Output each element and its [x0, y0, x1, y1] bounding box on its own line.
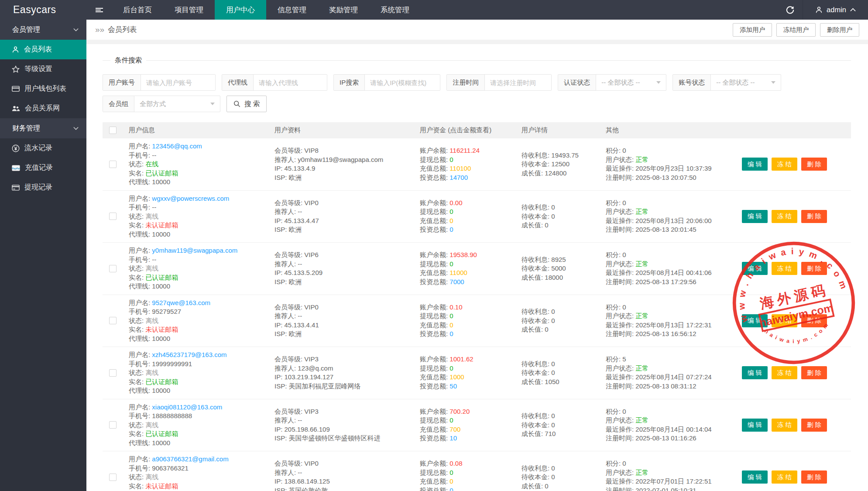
balance-amount[interactable]: 0.08 — [449, 460, 462, 467]
select-all-checkbox[interactable] — [109, 127, 117, 134]
delete-button[interactable]: 删 除 — [801, 366, 827, 379]
invest-amount[interactable]: 14700 — [449, 174, 468, 181]
nav-item-dashboard[interactable]: 后台首页 — [112, 0, 163, 20]
delete-button[interactable]: 删 除 — [801, 314, 827, 327]
refresh-button[interactable] — [777, 0, 803, 20]
edit-button[interactable]: 编 辑 — [742, 470, 768, 484]
agent-line-input[interactable] — [254, 75, 327, 90]
nav-item-information[interactable]: 信息管理 — [266, 0, 318, 20]
recharge-amount[interactable]: 700 — [449, 426, 460, 433]
register-time-input[interactable] — [485, 75, 551, 90]
edit-button[interactable]: 编 辑 — [742, 158, 768, 171]
sidebar-group-members[interactable]: 会员管理 — [0, 20, 86, 40]
edit-button[interactable]: 编 辑 — [742, 419, 768, 432]
edit-button[interactable]: 编 辑 — [742, 262, 768, 275]
username-link[interactable]: 9527qwe@163.com — [152, 299, 210, 306]
ip-search-input[interactable] — [365, 75, 440, 90]
user-account-input[interactable] — [141, 75, 215, 90]
breadcrumb: »» 会员列表 添加用户 冻结用户 删除用户 — [86, 20, 868, 40]
sidebar-item-user-wallets[interactable]: 用户钱包列表 — [0, 79, 86, 99]
sidebar-item-level-settings[interactable]: 等级设置 — [0, 59, 86, 79]
delete-button[interactable]: 删 除 — [801, 419, 827, 432]
edit-button[interactable]: 编 辑 — [742, 210, 768, 223]
row-checkbox[interactable] — [109, 421, 117, 429]
freeze-button[interactable]: 冻 结 — [772, 419, 797, 432]
nav-item-rewards[interactable]: 奖励管理 — [318, 0, 369, 20]
user-info-cell: 用户名: xzh456237179@163.com 手机号: 199999999… — [129, 350, 274, 395]
balance-amount[interactable]: 700.20 — [449, 408, 470, 415]
row-checkbox[interactable] — [109, 265, 117, 272]
username-link[interactable]: xzh456237179@163.com — [152, 351, 226, 358]
balance-amount[interactable]: 1001.62 — [449, 355, 473, 363]
nav-item-system[interactable]: 系统管理 — [369, 0, 421, 20]
freeze-button[interactable]: 冻 结 — [772, 470, 797, 484]
username-link[interactable]: a9063766321@gmail.com — [152, 455, 228, 463]
recharge-amount[interactable]: 11000 — [449, 269, 467, 276]
sidebar-item-member-network[interactable]: 会员关系网 — [0, 99, 86, 118]
main-area: »» 会员列表 添加用户 冻结用户 删除用户 条件搜索 用户账号 代理线 IP搜… — [86, 20, 868, 491]
recharge-amount[interactable]: 0 — [449, 321, 453, 329]
table-header: 用户信息 用户资料 用户资金 (点击金额查看) 用户详情 其他 — [103, 122, 851, 138]
invest-amount[interactable]: 0 — [449, 226, 453, 233]
search-button[interactable]: 搜 索 — [226, 96, 267, 112]
withdraw-amount[interactable]: 0 — [449, 364, 453, 372]
freeze-button[interactable]: 冻 结 — [772, 262, 797, 275]
sidebar-item-withdraw-records[interactable]: 提现记录 — [0, 178, 86, 197]
freeze-user-button[interactable]: 冻结用户 — [776, 23, 816, 37]
withdraw-amount[interactable]: 0 — [449, 156, 453, 163]
freeze-button[interactable]: 冻 结 — [772, 210, 797, 223]
nav-item-projects[interactable]: 项目管理 — [163, 0, 215, 20]
balance-amount[interactable]: 0.10 — [449, 303, 462, 311]
freeze-button[interactable]: 冻 结 — [772, 314, 797, 327]
username-link[interactable]: 123456@qq.com — [152, 142, 202, 150]
invest-amount[interactable]: 0 — [449, 487, 453, 491]
sidebar-item-recharge-records[interactable]: PayPal 充值记录 — [0, 158, 86, 178]
invest-amount[interactable]: 10 — [449, 434, 457, 442]
invest-amount[interactable]: 7000 — [449, 278, 464, 285]
withdraw-amount[interactable]: 0 — [449, 416, 453, 424]
recharge-amount[interactable]: 0 — [449, 477, 453, 485]
withdraw-amount[interactable]: 0 — [449, 260, 453, 268]
username-link[interactable]: xiaoqi081120@163.com — [152, 403, 222, 411]
username-link[interactable]: y0mhaw119@swagpapa.com — [152, 247, 237, 254]
member-group-select[interactable]: 全部方式 — [134, 96, 220, 112]
freeze-button[interactable]: 冻 结 — [772, 158, 797, 171]
recharge-amount[interactable]: 1000 — [449, 373, 464, 381]
row-checkbox[interactable] — [109, 474, 117, 481]
add-user-button[interactable]: 添加用户 — [733, 23, 772, 37]
row-checkbox[interactable] — [109, 213, 117, 220]
delete-button[interactable]: 删 除 — [801, 262, 827, 275]
sidebar-toggle-button[interactable] — [86, 0, 112, 20]
row-checkbox[interactable] — [109, 317, 117, 324]
delete-button[interactable]: 删 除 — [801, 158, 827, 171]
withdraw-amount[interactable]: 0 — [449, 208, 453, 215]
delete-button[interactable]: 删 除 — [801, 470, 827, 484]
freeze-button[interactable]: 冻 结 — [772, 366, 797, 379]
row-checkbox[interactable] — [109, 369, 117, 377]
delete-user-button[interactable]: 删除用户 — [820, 23, 859, 37]
withdraw-amount[interactable]: 0 — [449, 469, 453, 476]
recharge-amount[interactable]: 110100 — [449, 165, 471, 172]
invest-amount[interactable]: 50 — [449, 382, 457, 390]
table-row: 用户名: y0mhaw119@swagpapa.com 手机号: -- 状态: … — [103, 243, 851, 295]
sidebar-item-flow-records[interactable]: 流水记录 — [0, 138, 86, 158]
invest-amount[interactable]: 0 — [449, 330, 453, 337]
withdraw-amount[interactable]: 0 — [449, 312, 453, 319]
nav-item-user-center[interactable]: 用户中心 — [215, 0, 266, 20]
delete-button[interactable]: 删 除 — [801, 210, 827, 223]
other-cell: 积分: 0 用户状态: 正常 最近操作: 2025年09月23日 10:37:3… — [606, 146, 738, 182]
balance-amount[interactable]: 116211.24 — [449, 147, 480, 154]
admin-menu[interactable]: admin — [803, 0, 868, 20]
account-status-select[interactable]: -- 全部状态 -- — [711, 75, 781, 90]
auth-status-select[interactable]: -- 全部状态 -- — [596, 75, 666, 90]
balance-amount[interactable]: 19538.90 — [449, 251, 477, 258]
edit-button[interactable]: 编 辑 — [742, 314, 768, 327]
sidebar-group-finance[interactable]: 财务管理 — [0, 118, 86, 138]
row-checkbox[interactable] — [109, 161, 117, 168]
sidebar-item-member-list[interactable]: 会员列表 — [0, 40, 86, 59]
edit-button[interactable]: 编 辑 — [742, 366, 768, 379]
balance-amount[interactable]: 0.00 — [449, 199, 462, 206]
caret-down-icon — [771, 81, 775, 84]
recharge-amount[interactable]: 0 — [449, 217, 453, 224]
username-link[interactable]: wgxxv@powerscrews.com — [152, 195, 229, 202]
